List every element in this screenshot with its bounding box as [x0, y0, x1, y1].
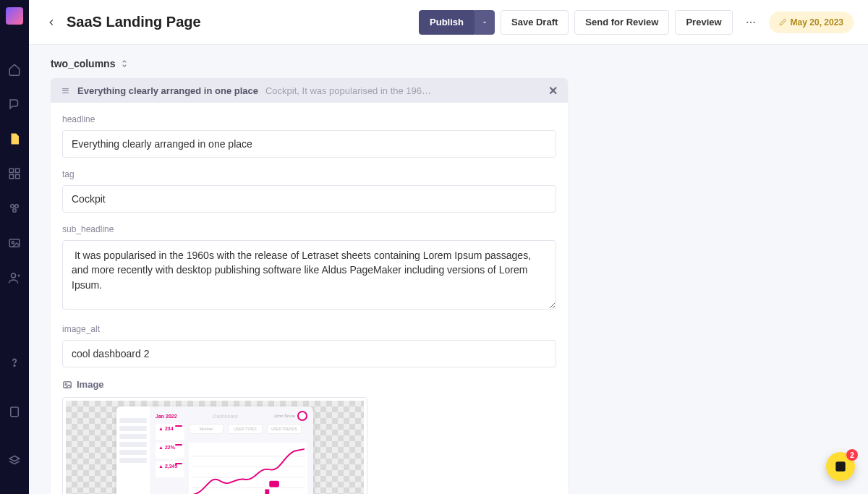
image-label-text: Image	[77, 379, 104, 390]
section-name-text: two_columns	[51, 58, 115, 69]
publish-button[interactable]: Publish	[419, 10, 475, 35]
intercom-badge: 2	[846, 449, 858, 461]
section-name[interactable]: two_columns	[51, 58, 846, 69]
svg-rect-28	[265, 489, 269, 494]
topbar: SaaS Landing Page Publish Save Draft Sen…	[29, 0, 868, 45]
svg-rect-1	[16, 169, 20, 172]
intercom-launcher[interactable]: 2	[826, 452, 855, 481]
app-logo[interactable]	[6, 7, 23, 25]
block-close-icon[interactable]: ✕	[548, 84, 558, 98]
page-title: SaaS Landing Page	[67, 14, 201, 30]
svg-rect-2	[9, 175, 13, 179]
image-icon	[62, 380, 72, 390]
svg-point-4	[11, 205, 14, 208]
sidebar-help-icon[interactable]	[6, 354, 23, 371]
sub-headline-textarea[interactable]	[62, 240, 556, 310]
sort-icon	[119, 59, 129, 69]
intercom-icon	[833, 459, 848, 474]
svg-point-5	[15, 205, 19, 208]
tag-label: tag	[62, 169, 556, 179]
svg-point-8	[12, 242, 14, 244]
more-button[interactable]	[739, 10, 763, 35]
svg-point-12	[746, 21, 748, 22]
image-alt-input[interactable]	[62, 340, 556, 367]
svg-rect-21	[269, 481, 279, 487]
send-for-review-button[interactable]: Send for Review	[574, 10, 669, 35]
sidebar-components-icon[interactable]	[6, 200, 23, 217]
svg-point-6	[13, 209, 17, 213]
block-header-title: Everything clearly arranged in one place	[77, 85, 258, 96]
sidebar-blog-icon[interactable]	[6, 95, 23, 113]
block-header[interactable]: Everything clearly arranged in one place…	[51, 78, 568, 103]
image-field-label: Image	[62, 379, 556, 390]
sidebar-docs-icon[interactable]	[6, 403, 23, 420]
sidebar-layers-icon[interactable]	[6, 452, 23, 469]
svg-rect-0	[9, 169, 13, 172]
date-pill: May 20, 2023	[769, 12, 854, 33]
mock-user: John Snow	[273, 411, 307, 421]
sidebar-grid-icon[interactable]	[6, 165, 23, 182]
sidebar-home-icon[interactable]	[6, 61, 23, 78]
sidebar-media-icon[interactable]	[6, 234, 23, 252]
sub-headline-label: sub_headline	[62, 224, 556, 234]
svg-point-13	[750, 21, 752, 22]
sidebar-pages-icon[interactable]	[6, 130, 23, 148]
headline-label: headline	[62, 114, 556, 124]
drag-handle-icon[interactable]	[61, 86, 70, 95]
mock-date: Jan 2022	[156, 414, 177, 419]
image-preview[interactable]: Jan 2022 Dashboard John Snow ▲ 234 Membe…	[62, 397, 367, 494]
image-alt-label: image_alt	[62, 324, 556, 334]
left-sidebar	[0, 0, 29, 494]
content-area: two_columns Everything clearly arranged …	[29, 45, 868, 494]
svg-rect-3	[16, 175, 20, 179]
svg-rect-11	[11, 407, 19, 417]
svg-point-10	[14, 365, 15, 367]
sidebar-users-icon[interactable]	[6, 269, 23, 286]
svg-point-14	[753, 21, 754, 22]
back-button[interactable]	[43, 14, 59, 30]
preview-button[interactable]: Preview	[675, 10, 732, 35]
headline-input[interactable]	[62, 130, 556, 158]
dashboard-mock: Jan 2022 Dashboard John Snow ▲ 234 Membe…	[116, 406, 313, 494]
save-draft-button[interactable]: Save Draft	[501, 10, 569, 35]
publish-dropdown-button[interactable]	[475, 10, 495, 35]
date-text: May 20, 2023	[791, 17, 843, 27]
svg-point-16	[65, 383, 67, 385]
svg-rect-31	[835, 461, 845, 471]
block-header-subtitle: Cockpit, It was popularised in the 196…	[265, 85, 541, 96]
svg-point-9	[12, 273, 16, 278]
block-card: Everything clearly arranged in one place…	[51, 78, 568, 494]
tag-input[interactable]	[62, 185, 556, 213]
